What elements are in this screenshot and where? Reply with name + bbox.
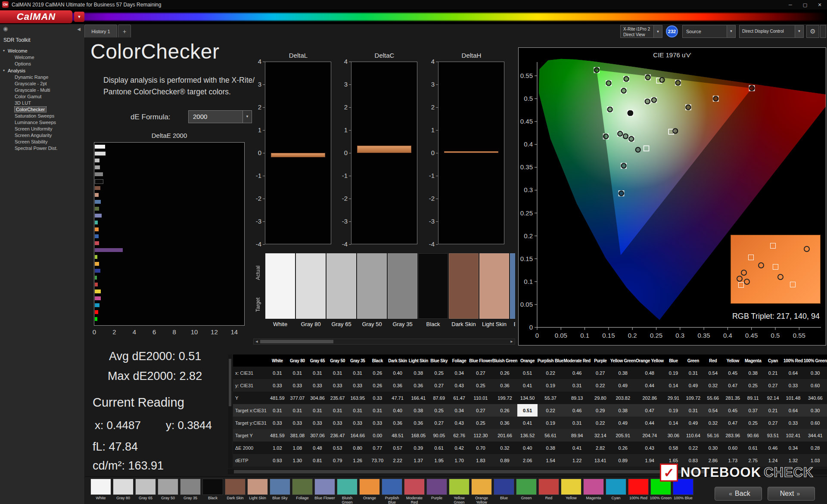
table-cell[interactable]: 1.83 [469, 454, 492, 467]
table-cell[interactable]: 0.31 [683, 367, 703, 379]
table-cell[interactable]: 56.16 [703, 429, 723, 442]
table-cell[interactable]: 0.70 [469, 442, 492, 454]
strip-swatch-magenta[interactable]: Magenta [582, 479, 605, 500]
strip-swatch-foliage[interactable]: Foliage [291, 479, 314, 500]
de-formula-select[interactable]: 2000 ▼ [188, 110, 252, 123]
table-cell[interactable]: 0.31 [327, 404, 348, 417]
table-cell[interactable]: 0.31 [287, 404, 308, 417]
table-cell[interactable]: 0.81 [308, 454, 328, 467]
scrollbar-thumb[interactable] [229, 359, 231, 406]
table-cell[interactable]: 0.26 [368, 379, 387, 392]
chevron-down-icon[interactable]: ▼ [727, 25, 735, 37]
tab-history-1[interactable]: History 1 [84, 25, 117, 37]
patch-swatch[interactable] [510, 253, 515, 319]
patch-swatch[interactable] [583, 479, 604, 495]
patch-swatch[interactable] [270, 479, 290, 495]
sidebar-item-saturation-sweeps[interactable]: Saturation Sweeps [0, 113, 84, 119]
logo-dropdown-button[interactable]: ▼ [74, 12, 84, 22]
table-cell[interactable]: 1.08 [287, 442, 308, 454]
table-cell[interactable]: 1.95 [429, 454, 449, 467]
table-cell[interactable]: 109.72 [683, 392, 703, 404]
table-cell[interactable]: 0.36 [387, 379, 408, 392]
table-cell[interactable]: 0.33 [783, 379, 803, 392]
sidebar-item-screen-stability[interactable]: Screen Stability [0, 139, 84, 145]
table-cell[interactable]: 0.34 [449, 367, 469, 379]
patch-swatch[interactable] [449, 479, 469, 495]
table-cell[interactable]: 202.86 [636, 392, 664, 404]
sidebar-section-welcome[interactable]: ▾Welcome [0, 47, 84, 54]
patch-swatch[interactable] [494, 479, 514, 495]
table-cell[interactable]: 0.19 [538, 379, 564, 392]
table-cell[interactable]: 0.47 [636, 404, 664, 417]
chevron-down-icon[interactable]: ▼ [795, 25, 803, 37]
table-cell[interactable]: 1.37 [408, 454, 429, 467]
table-cell[interactable]: 2.82 [591, 442, 610, 454]
source-dropdown[interactable]: Source ▼ [682, 25, 736, 38]
patch-swatch[interactable] [113, 479, 134, 495]
scrollbar-thumb[interactable] [234, 470, 708, 473]
patch-swatch[interactable] [538, 479, 559, 495]
patch-swatch[interactable] [606, 479, 626, 495]
meter-dropdown[interactable]: X-Rite i1Pro 2 Direct View ▼ [620, 25, 662, 38]
table-cell[interactable]: 0.31 [368, 404, 387, 417]
strip-swatch-gray-35[interactable]: Gray 35 [179, 479, 202, 500]
table-cell[interactable]: 163.95 [348, 392, 368, 404]
strip-swatch-black[interactable]: Black [202, 479, 224, 500]
table-cell[interactable]: 61.47 [449, 392, 469, 404]
table-cell[interactable]: 0.21 [763, 367, 783, 379]
table-cell[interactable]: 0.26 [368, 367, 387, 379]
table-cell[interactable]: 0.60 [804, 417, 827, 429]
patch-swatch[interactable] [449, 253, 479, 319]
table-cell[interactable]: 377.07 [287, 392, 308, 404]
table-cell[interactable]: 481.59 [267, 392, 287, 404]
table-cell[interactable]: 0.31 [683, 404, 703, 417]
table-cell[interactable]: 0.31 [348, 367, 368, 379]
next-button[interactable]: Next» [768, 487, 815, 501]
strip-swatch-light-skin[interactable]: Light Skin [246, 479, 269, 500]
table-cell[interactable]: 0.93 [267, 454, 287, 467]
patch-swatch[interactable] [202, 479, 223, 495]
table-cell[interactable]: 164.66 [348, 429, 368, 442]
table-cell[interactable]: 0.64 [783, 367, 803, 379]
table-cell[interactable]: 0.33 [368, 392, 387, 404]
table-cell[interactable]: 0.64 [783, 404, 803, 417]
table-cell[interactable]: 344.41 [804, 429, 827, 442]
patch-swatch[interactable] [247, 479, 268, 495]
patch-swatch-cell-gray-80[interactable]: Gray 80 [296, 253, 326, 327]
table-cell[interactable]: 0.49 [610, 379, 636, 392]
table-cell[interactable]: 0.89 [492, 454, 518, 467]
table-cell[interactable]: 0.40 [387, 367, 408, 379]
table-cell[interactable]: 0.33 [308, 379, 328, 392]
table-cell[interactable]: 29.80 [591, 392, 610, 404]
table-cell[interactable]: 87.69 [429, 392, 449, 404]
table-cell[interactable]: 0.32 [703, 379, 723, 392]
table-cell[interactable]: 0.89 [610, 454, 636, 467]
table-cell[interactable]: 0.27 [469, 404, 492, 417]
table-cell[interactable]: 0.34 [783, 442, 803, 454]
patch-swatch[interactable] [326, 253, 356, 319]
table-cell[interactable]: 89.13 [563, 392, 591, 404]
table-cell[interactable]: 0.38 [538, 442, 564, 454]
table-cell[interactable]: 283.96 [723, 429, 743, 442]
table-cell[interactable]: 307.06 [308, 429, 328, 442]
table-vertical-scrollbar[interactable] [228, 355, 232, 468]
table-cell[interactable]: 2.06 [517, 454, 537, 467]
chevron-down-icon[interactable]: ▼ [653, 25, 662, 37]
patch-swatch[interactable] [359, 479, 380, 495]
strip-swatch-100-red[interactable]: 100% Red [627, 479, 650, 500]
table-cell[interactable]: 0.25 [743, 379, 763, 392]
table-cell[interactable]: 235.67 [327, 392, 348, 404]
patch-swatch[interactable] [479, 253, 509, 319]
table-cell[interactable]: 0.26 [492, 367, 518, 379]
strip-swatch-cyan[interactable]: Cyan [605, 479, 627, 500]
table-cell[interactable]: 0.32 [703, 417, 723, 429]
table-cell[interactable]: 166.41 [408, 392, 429, 404]
patch-swatch[interactable] [426, 479, 447, 495]
table-cell[interactable]: 0.46 [563, 367, 591, 379]
sidebar-item-grayscale-2pt[interactable]: Grayscale - 2pt [0, 81, 84, 87]
table-cell[interactable]: 0.22 [538, 404, 564, 417]
table-cell[interactable]: 90.66 [743, 429, 763, 442]
table-cell[interactable]: 304.86 [308, 392, 328, 404]
table-cell[interactable]: 0.38 [610, 367, 636, 379]
table-cell[interactable]: 0.19 [664, 367, 683, 379]
